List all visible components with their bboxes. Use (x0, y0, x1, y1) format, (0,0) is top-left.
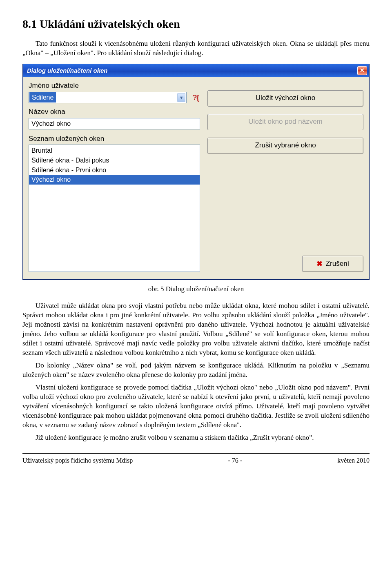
delete-selected-button[interactable]: Zrušit vybrané okno (207, 138, 363, 154)
cancel-label: Zrušení (326, 259, 350, 269)
dialog-title: Dialog uložení/načtení oken (27, 67, 108, 75)
username-value: Sdilene (29, 92, 56, 103)
intro-paragraph: Tato funkčnost slouží k vícenásobnému ul… (22, 39, 370, 58)
chevron-down-icon[interactable]: ▼ (177, 93, 185, 102)
save-default-button[interactable]: Uložit výchozí okno (207, 90, 363, 107)
cancel-button[interactable]: ✖ Zrušení (302, 256, 363, 272)
dialog-screenshot: Dialog uložení/načtení oken ✕ Jméno uživ… (22, 64, 370, 280)
dialog-window: Dialog uložení/načtení oken ✕ Jméno uživ… (22, 64, 370, 280)
username-label: Jméno uživatele (29, 81, 200, 91)
dialog-titlebar: Dialog uložení/načtení oken ✕ (23, 64, 369, 77)
page-footer: Uživatelský popis řídicího systému Mdisp… (22, 456, 370, 473)
saved-windows-listbox[interactable]: BruntalSdílené okna - Dalsi pokusSdílené… (29, 145, 200, 272)
body-paragraph-1: Uživatel může ukládat okna pro svojí vla… (22, 301, 370, 358)
list-item[interactable]: Bruntal (29, 146, 200, 156)
body-paragraph-4: Již uložené konfigurace je možno zrušit … (22, 433, 370, 443)
windowname-input[interactable]: Výchozí okno (29, 118, 200, 129)
body-paragraph-3: Vlastní uložení konfigurace se provede p… (22, 383, 370, 430)
footer-rule (22, 453, 370, 454)
username-combo[interactable]: Sdilene ▼ (29, 92, 187, 103)
list-item[interactable]: Sdílené okna - Dalsi pokus (29, 156, 200, 165)
list-item[interactable]: Výchozí okno (29, 175, 200, 185)
save-named-button: Uložit okno pod názvem (207, 114, 363, 130)
footer-page-number: - 76 - (228, 456, 242, 465)
body-paragraph-2: Do kolonky „Název okna" se volí, pod jak… (22, 361, 370, 380)
savedlist-label: Seznam uložených oken (29, 134, 200, 144)
section-heading: 8.1 Ukládání uživatelských oken (22, 16, 370, 32)
figure-caption: obr. 5 Dialog uložení/načtení oken (22, 285, 370, 294)
list-item[interactable]: Sdílené okna - Prvni okno (29, 165, 200, 175)
cancel-x-icon: ✖ (316, 259, 323, 269)
close-icon[interactable]: ✕ (357, 66, 367, 75)
footer-right: květen 2010 (337, 456, 370, 465)
footer-left: Uživatelský popis řídicího systému Mdisp (22, 456, 133, 465)
windowname-label: Název okna (29, 107, 200, 117)
help-users-icon[interactable]: ?{ (191, 92, 200, 103)
